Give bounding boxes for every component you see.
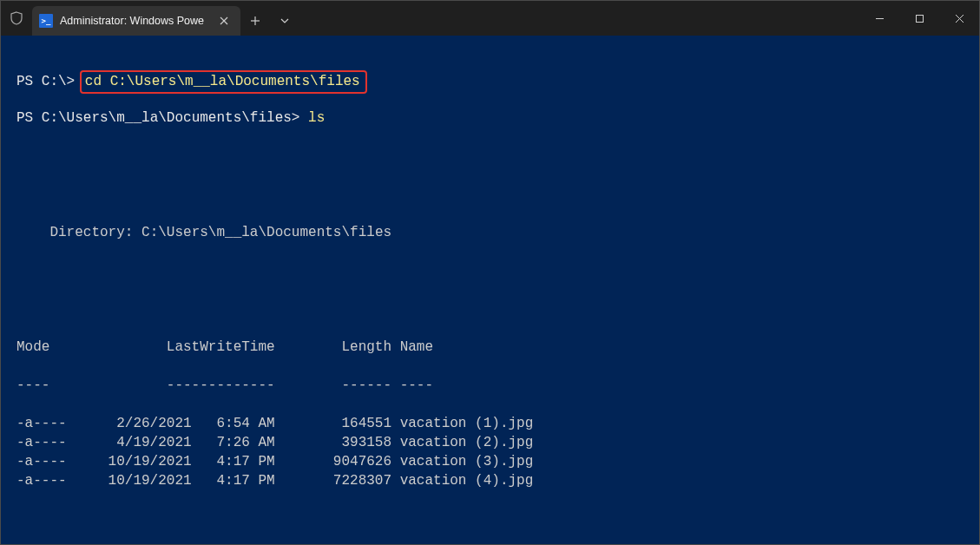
cell-mode: -a---- (16, 452, 75, 471)
directory-label: Directory: (16, 225, 141, 240)
tab-powershell[interactable]: >_ Administrator: Windows Powe (32, 6, 240, 36)
cell-name: vacation (2).jpg (391, 433, 533, 452)
header-name: Name (391, 338, 433, 357)
cell-time: 4:17 PM (192, 471, 275, 490)
cell-length: 9047626 (275, 452, 391, 471)
cell-date: 4/19/2021 (75, 433, 191, 452)
cell-time: 6:54 AM (192, 414, 275, 433)
titlebar: >_ Administrator: Windows Powe (1, 1, 979, 36)
svg-rect-5 (916, 15, 923, 22)
prompt-line-1: PS C:\> cd C:\Users\m__la\Documents\file… (16, 70, 979, 89)
titlebar-drag-area[interactable] (299, 1, 859, 36)
cell-mode: -a---- (16, 414, 75, 433)
prompt-line-2: PS C:\Users\m__la\Documents\files> ls (16, 108, 979, 128)
cell-name: vacation (1).jpg (391, 414, 533, 433)
cell-length: 7228307 (275, 471, 391, 490)
terminal-window: >_ Administrator: Windows Powe PS C:\> c… (0, 0, 980, 545)
table-separator: --------------------------- (16, 376, 979, 395)
cell-mode: -a---- (16, 433, 75, 452)
terminal-body[interactable]: PS C:\> cd C:\Users\m__la\Documents\file… (1, 36, 979, 544)
table-row: -a----10/19/20214:17 PM7228307vacation (… (16, 471, 979, 490)
cell-length: 164551 (275, 414, 391, 433)
new-tab-button[interactable] (240, 6, 270, 36)
header-mode: Mode (16, 338, 75, 357)
directory-path: C:\Users\m__la\Documents\files (141, 225, 391, 240)
close-tab-button[interactable] (216, 13, 232, 29)
cell-time: 4:17 PM (192, 452, 275, 471)
tab-dropdown-button[interactable] (270, 6, 299, 36)
close-window-button[interactable] (939, 1, 979, 36)
cell-name: vacation (3).jpg (391, 452, 533, 471)
command-text: ls (308, 110, 325, 126)
directory-line: Directory: C:\Users\m__la\Documents\file… (16, 223, 979, 242)
cell-mode: -a---- (16, 471, 75, 490)
header-lastwritetime: LastWriteTime (75, 338, 274, 357)
tab-title: Administrator: Windows Powe (60, 15, 209, 27)
cell-time: 7:26 AM (192, 433, 275, 452)
cell-date: 10/19/2021 (75, 452, 191, 471)
cell-name: vacation (4).jpg (391, 471, 533, 490)
minimize-button[interactable] (859, 1, 899, 36)
cell-date: 2/26/2021 (75, 414, 191, 433)
prompt-text: PS C:\> (16, 74, 75, 89)
cell-date: 10/19/2021 (75, 471, 191, 490)
powershell-icon: >_ (39, 14, 53, 28)
command-text: cd C:\Users\m__la\Documents\files (85, 74, 360, 89)
prompt-text: PS C:\Users\m__la\Documents\files> (16, 110, 299, 126)
table-row: -a----4/19/20217:26 AM393158vacation (2)… (16, 433, 979, 452)
table-header: ModeLastWriteTimeLengthName (16, 338, 979, 357)
window-controls (859, 1, 979, 36)
maximize-button[interactable] (899, 1, 939, 36)
header-length: Length (275, 338, 391, 357)
shield-icon (1, 1, 32, 36)
highlighted-command: cd C:\Users\m__la\Documents\files (80, 70, 367, 94)
table-row: -a----2/26/20216:54 AM164551vacation (1)… (16, 414, 979, 433)
cell-length: 393158 (275, 433, 391, 452)
table-row: -a----10/19/20214:17 PM9047626vacation (… (16, 452, 979, 471)
